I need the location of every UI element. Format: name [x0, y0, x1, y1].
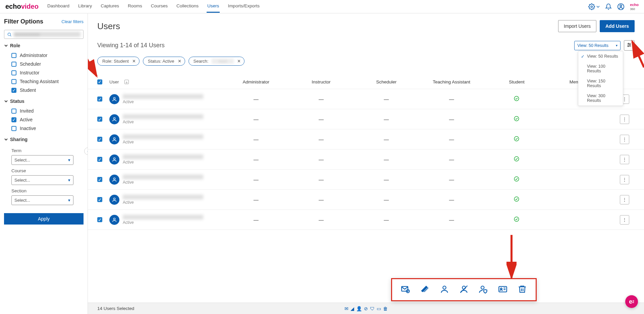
col-ta-header[interactable]: Teaching Assistant	[419, 79, 484, 84]
status-active[interactable]: ✓ Active	[4, 115, 84, 124]
role-none: —	[319, 136, 324, 142]
user-status: Active	[123, 180, 223, 185]
col-scheduler-header[interactable]: Scheduler	[354, 79, 419, 84]
row-actions-button[interactable]: ⋮	[620, 155, 629, 164]
course-select[interactable]: Select...▾	[11, 175, 73, 185]
col-admin-header[interactable]: Administrator	[223, 79, 288, 84]
col-user-header[interactable]: User▵	[109, 79, 223, 84]
row-actions-button[interactable]: ⋮	[620, 115, 629, 124]
nav-imports[interactable]: Imports/Exports	[227, 1, 260, 13]
send-email-icon[interactable]	[401, 285, 410, 295]
role-student[interactable]: ✓ Student	[4, 86, 84, 95]
footer-action-icons: ✉ ◢ 👤 ⊘ 🛡 ▭ 🗑	[344, 306, 388, 311]
role-scheduler[interactable]: Scheduler	[4, 60, 84, 68]
mini-erase-icon[interactable]: ◢	[351, 306, 354, 311]
filter-search[interactable]	[4, 30, 84, 39]
role-instructor[interactable]: Instructor	[4, 68, 84, 77]
echo360-link[interactable]: echo360	[630, 3, 639, 11]
role-section-header[interactable]: Role	[4, 43, 84, 48]
nav-library[interactable]: Library	[77, 1, 93, 13]
mini-card-icon[interactable]: ▭	[377, 306, 381, 311]
mini-shield-icon[interactable]: 🛡	[370, 306, 375, 311]
checkbox[interactable]	[11, 109, 16, 114]
checkbox[interactable]	[11, 79, 16, 84]
row-checkbox[interactable]: ✓	[97, 177, 102, 182]
role-none: —	[254, 116, 259, 122]
role-none: —	[449, 136, 454, 142]
nav-rooms[interactable]: Rooms	[127, 1, 143, 13]
user-icon[interactable]	[440, 285, 449, 295]
user-name-redacted	[123, 94, 203, 99]
nav-dashboard[interactable]: Dashboard	[47, 1, 70, 13]
import-users-button[interactable]: Import Users	[558, 20, 596, 32]
role-administrator[interactable]: Administrator	[4, 51, 84, 60]
nav-courses[interactable]: Courses	[150, 1, 168, 13]
row-actions-button[interactable]: ⋮	[620, 195, 629, 204]
filter-search-input[interactable]	[14, 32, 80, 37]
mini-user-icon[interactable]: 👤	[356, 306, 362, 311]
chevron-down-icon	[4, 99, 8, 103]
account-icon[interactable]	[617, 3, 625, 10]
status-section-header[interactable]: Status	[4, 99, 84, 104]
nav-captures[interactable]: Captures	[100, 1, 120, 13]
mini-trash-icon[interactable]: 🗑	[383, 306, 388, 311]
row-checkbox[interactable]: ✓	[97, 137, 102, 142]
user-shield-icon[interactable]	[479, 285, 488, 295]
remove-chip-icon[interactable]: ✕	[132, 59, 136, 64]
section-select[interactable]: Select...▾	[11, 195, 73, 205]
row-checkbox[interactable]: ✓	[97, 117, 102, 122]
select-all-checkbox[interactable]: ✓	[97, 79, 102, 84]
settings-icon[interactable]	[588, 3, 600, 10]
user-remove-icon[interactable]	[459, 285, 469, 295]
notifications-icon[interactable]	[605, 3, 612, 10]
status-inactive[interactable]: Inactive	[4, 124, 84, 133]
erase-icon[interactable]	[420, 285, 430, 295]
view-option[interactable]: View: 50 Results	[578, 51, 623, 61]
view-option[interactable]: View: 150 Results	[578, 76, 623, 91]
add-users-button[interactable]: Add Users	[600, 20, 635, 32]
column-settings-button[interactable]	[624, 40, 635, 51]
sharing-section-header[interactable]: Sharing	[4, 137, 84, 142]
checkbox[interactable]: ✓	[11, 88, 16, 93]
mini-email-icon[interactable]: ✉	[344, 306, 348, 311]
mini-user-remove-icon[interactable]: ⊘	[364, 306, 368, 311]
clear-filters-link[interactable]: Clear filters	[61, 19, 84, 24]
col-student-header[interactable]: Student	[484, 79, 549, 84]
help-chat-button[interactable]: e2	[625, 295, 638, 308]
row-checkbox[interactable]: ✓	[97, 97, 102, 102]
checkbox[interactable]	[11, 70, 16, 75]
chip-label: Search:	[194, 59, 209, 64]
role-none: —	[254, 156, 259, 162]
status-invited[interactable]: Invited	[4, 107, 84, 115]
view-results-select[interactable]: View: 50 Results ▾	[574, 41, 621, 50]
remove-chip-icon[interactable]: ✕	[237, 59, 241, 64]
id-card-icon[interactable]	[498, 285, 507, 295]
checkbox[interactable]	[11, 126, 16, 131]
row-checkbox[interactable]: ✓	[97, 197, 102, 202]
role-label: Administrator	[20, 53, 47, 58]
role-none: —	[384, 217, 389, 223]
row-actions-button[interactable]: ⋮	[620, 135, 629, 144]
term-select[interactable]: Select...▾	[11, 155, 73, 165]
remove-chip-icon[interactable]: ✕	[178, 59, 181, 64]
delete-icon[interactable]	[518, 285, 527, 295]
brand-logo[interactable]: echovideo	[5, 3, 39, 10]
nav-collections[interactable]: Collections	[176, 1, 199, 13]
view-option[interactable]: View: 100 Results	[578, 61, 623, 76]
col-instructor-header[interactable]: Instructor	[288, 79, 354, 84]
page-title: Users	[97, 21, 120, 32]
view-option[interactable]: View: 300 Results	[578, 91, 623, 106]
chevron-down-icon	[4, 44, 8, 48]
role-teaching-assistant[interactable]: Teaching Assistant	[4, 77, 84, 86]
row-checkbox[interactable]: ✓	[97, 157, 102, 162]
checkbox[interactable]	[11, 53, 16, 58]
checkbox[interactable]	[11, 62, 16, 67]
row-actions-button[interactable]: ⋮	[620, 215, 629, 225]
row-actions-button[interactable]: ⋮	[620, 175, 629, 184]
avatar	[109, 195, 119, 205]
checkbox[interactable]: ✓	[11, 117, 16, 122]
apply-button[interactable]: Apply	[4, 213, 84, 225]
row-checkbox[interactable]: ✓	[97, 217, 102, 222]
collapse-sidebar-button[interactable]: ‹	[84, 147, 88, 155]
nav-users[interactable]: Users	[207, 1, 220, 13]
